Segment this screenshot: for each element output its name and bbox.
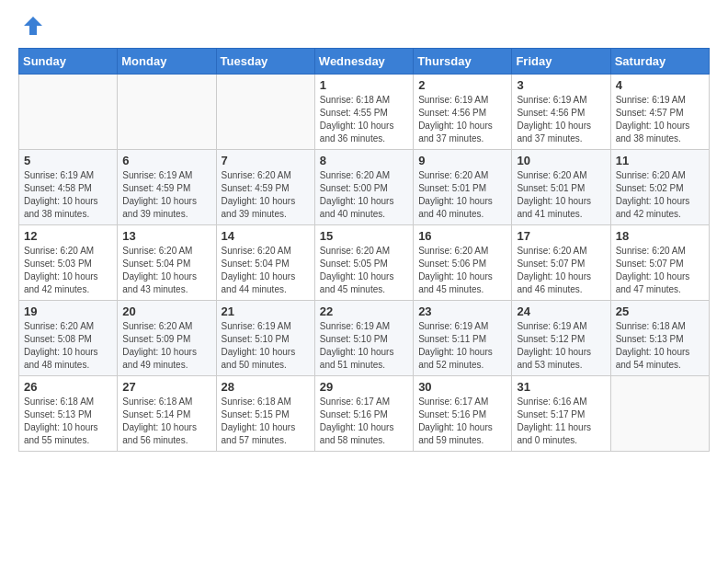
weekday-header: Friday: [512, 49, 610, 75]
weekday-header: Thursday: [414, 49, 512, 75]
day-number: 6: [122, 154, 210, 167]
calendar-cell: 12Sunrise: 6:20 AM Sunset: 5:03 PM Dayli…: [19, 225, 118, 301]
day-info: Sunrise: 6:20 AM Sunset: 5:08 PM Dayligh…: [24, 320, 112, 372]
calendar-cell: 24Sunrise: 6:19 AM Sunset: 5:12 PM Dayli…: [512, 301, 610, 376]
calendar-cell: 2Sunrise: 6:19 AM Sunset: 4:56 PM Daylig…: [414, 75, 512, 150]
day-info: Sunrise: 6:18 AM Sunset: 5:13 PM Dayligh…: [24, 396, 112, 447]
day-number: 20: [122, 304, 210, 318]
weekday-header: Tuesday: [216, 49, 314, 75]
day-number: 31: [517, 380, 605, 394]
calendar-cell: 13Sunrise: 6:20 AM Sunset: 5:04 PM Dayli…: [118, 225, 216, 301]
day-info: Sunrise: 6:20 AM Sunset: 5:04 PM Dayligh…: [222, 245, 310, 296]
calendar-week-row: 1Sunrise: 6:18 AM Sunset: 4:55 PM Daylig…: [19, 75, 710, 150]
weekday-header: Saturday: [610, 49, 709, 75]
calendar-cell: 29Sunrise: 6:17 AM Sunset: 5:16 PM Dayli…: [314, 376, 413, 452]
calendar-cell: 17Sunrise: 6:20 AM Sunset: 5:07 PM Dayli…: [512, 225, 610, 301]
day-number: 17: [517, 229, 605, 243]
calendar-cell: 4Sunrise: 6:19 AM Sunset: 4:57 PM Daylig…: [610, 75, 709, 150]
day-info: Sunrise: 6:17 AM Sunset: 5:16 PM Dayligh…: [418, 396, 506, 447]
day-number: 9: [418, 154, 506, 167]
day-number: 22: [320, 304, 408, 318]
day-info: Sunrise: 6:20 AM Sunset: 5:09 PM Dayligh…: [122, 320, 210, 372]
day-info: Sunrise: 6:20 AM Sunset: 5:00 PM Dayligh…: [320, 169, 408, 221]
calendar-cell: 7Sunrise: 6:20 AM Sunset: 4:59 PM Daylig…: [216, 150, 314, 225]
day-number: 28: [222, 380, 310, 394]
day-info: Sunrise: 6:19 AM Sunset: 5:11 PM Dayligh…: [418, 320, 506, 372]
calendar-cell: 10Sunrise: 6:20 AM Sunset: 5:01 PM Dayli…: [512, 150, 610, 225]
day-info: Sunrise: 6:20 AM Sunset: 5:02 PM Dayligh…: [616, 169, 704, 221]
day-info: Sunrise: 6:20 AM Sunset: 5:05 PM Dayligh…: [320, 245, 408, 296]
day-number: 11: [616, 154, 704, 167]
calendar-cell: 14Sunrise: 6:20 AM Sunset: 5:04 PM Dayli…: [216, 225, 314, 301]
day-number: 8: [320, 154, 408, 167]
day-number: 25: [616, 304, 704, 318]
calendar-cell: 3Sunrise: 6:19 AM Sunset: 4:56 PM Daylig…: [512, 75, 610, 150]
page: SundayMondayTuesdayWednesdayThursdayFrid…: [0, 0, 728, 466]
day-info: Sunrise: 6:20 AM Sunset: 5:03 PM Dayligh…: [24, 245, 112, 296]
day-info: Sunrise: 6:18 AM Sunset: 5:13 PM Dayligh…: [616, 320, 704, 372]
day-info: Sunrise: 6:20 AM Sunset: 5:01 PM Dayligh…: [418, 169, 506, 221]
calendar-cell: 16Sunrise: 6:20 AM Sunset: 5:06 PM Dayli…: [414, 225, 512, 301]
day-info: Sunrise: 6:16 AM Sunset: 5:17 PM Dayligh…: [517, 396, 605, 447]
day-number: 12: [24, 229, 112, 243]
day-number: 26: [24, 380, 112, 394]
calendar-cell: 28Sunrise: 6:18 AM Sunset: 5:15 PM Dayli…: [216, 376, 314, 452]
logo-icon: [22, 15, 44, 37]
day-number: 7: [222, 154, 310, 167]
day-info: Sunrise: 6:19 AM Sunset: 4:58 PM Dayligh…: [24, 169, 112, 221]
calendar-cell: 9Sunrise: 6:20 AM Sunset: 5:01 PM Daylig…: [414, 150, 512, 225]
day-info: Sunrise: 6:19 AM Sunset: 4:56 PM Dayligh…: [418, 94, 506, 145]
day-info: Sunrise: 6:18 AM Sunset: 5:15 PM Dayligh…: [222, 396, 310, 447]
calendar-cell: 21Sunrise: 6:19 AM Sunset: 5:10 PM Dayli…: [216, 301, 314, 376]
day-info: Sunrise: 6:20 AM Sunset: 5:07 PM Dayligh…: [616, 245, 704, 296]
day-info: Sunrise: 6:17 AM Sunset: 5:16 PM Dayligh…: [320, 396, 408, 447]
weekday-header: Wednesday: [314, 49, 413, 75]
calendar-cell: [216, 75, 314, 150]
day-number: 13: [122, 229, 210, 243]
day-info: Sunrise: 6:19 AM Sunset: 5:10 PM Dayligh…: [222, 320, 310, 372]
day-info: Sunrise: 6:20 AM Sunset: 4:59 PM Dayligh…: [222, 169, 310, 221]
day-number: 19: [24, 304, 112, 318]
weekday-header: Sunday: [19, 49, 118, 75]
calendar-week-row: 19Sunrise: 6:20 AM Sunset: 5:08 PM Dayli…: [19, 301, 710, 376]
calendar-cell: 25Sunrise: 6:18 AM Sunset: 5:13 PM Dayli…: [610, 301, 709, 376]
day-info: Sunrise: 6:18 AM Sunset: 5:14 PM Dayligh…: [122, 396, 210, 447]
day-number: 4: [616, 78, 704, 92]
calendar-cell: [19, 75, 118, 150]
calendar-cell: 26Sunrise: 6:18 AM Sunset: 5:13 PM Dayli…: [19, 376, 118, 452]
day-number: 1: [320, 78, 408, 92]
calendar-cell: 18Sunrise: 6:20 AM Sunset: 5:07 PM Dayli…: [610, 225, 709, 301]
day-info: Sunrise: 6:18 AM Sunset: 4:55 PM Dayligh…: [320, 94, 408, 145]
day-info: Sunrise: 6:19 AM Sunset: 4:56 PM Dayligh…: [517, 94, 605, 145]
day-number: 16: [418, 229, 506, 243]
calendar-table: SundayMondayTuesdayWednesdayThursdayFrid…: [18, 48, 710, 452]
calendar-cell: 6Sunrise: 6:19 AM Sunset: 4:59 PM Daylig…: [118, 150, 216, 225]
day-number: 5: [24, 154, 112, 167]
calendar-week-row: 5Sunrise: 6:19 AM Sunset: 4:58 PM Daylig…: [19, 150, 710, 225]
calendar-week-row: 26Sunrise: 6:18 AM Sunset: 5:13 PM Dayli…: [19, 376, 710, 452]
calendar-cell: 19Sunrise: 6:20 AM Sunset: 5:08 PM Dayli…: [19, 301, 118, 376]
day-info: Sunrise: 6:19 AM Sunset: 5:12 PM Dayligh…: [517, 320, 605, 372]
calendar-cell: 22Sunrise: 6:19 AM Sunset: 5:10 PM Dayli…: [314, 301, 413, 376]
calendar-cell: 31Sunrise: 6:16 AM Sunset: 5:17 PM Dayli…: [512, 376, 610, 452]
header: [18, 15, 710, 37]
day-info: Sunrise: 6:20 AM Sunset: 5:07 PM Dayligh…: [517, 245, 605, 296]
day-info: Sunrise: 6:19 AM Sunset: 4:57 PM Dayligh…: [616, 94, 704, 145]
day-number: 18: [616, 229, 704, 243]
day-number: 23: [418, 304, 506, 318]
day-number: 15: [320, 229, 408, 243]
calendar-cell: 20Sunrise: 6:20 AM Sunset: 5:09 PM Dayli…: [118, 301, 216, 376]
day-info: Sunrise: 6:20 AM Sunset: 5:04 PM Dayligh…: [122, 245, 210, 296]
calendar-cell: 30Sunrise: 6:17 AM Sunset: 5:16 PM Dayli…: [414, 376, 512, 452]
day-number: 21: [222, 304, 310, 318]
day-number: 27: [122, 380, 210, 394]
day-number: 10: [517, 154, 605, 167]
calendar-cell: 11Sunrise: 6:20 AM Sunset: 5:02 PM Dayli…: [610, 150, 709, 225]
calendar-cell: [610, 376, 709, 452]
day-info: Sunrise: 6:19 AM Sunset: 4:59 PM Dayligh…: [122, 169, 210, 221]
calendar-cell: 27Sunrise: 6:18 AM Sunset: 5:14 PM Dayli…: [118, 376, 216, 452]
day-number: 3: [517, 78, 605, 92]
day-number: 30: [418, 380, 506, 394]
day-info: Sunrise: 6:20 AM Sunset: 5:06 PM Dayligh…: [418, 245, 506, 296]
day-number: 14: [222, 229, 310, 243]
